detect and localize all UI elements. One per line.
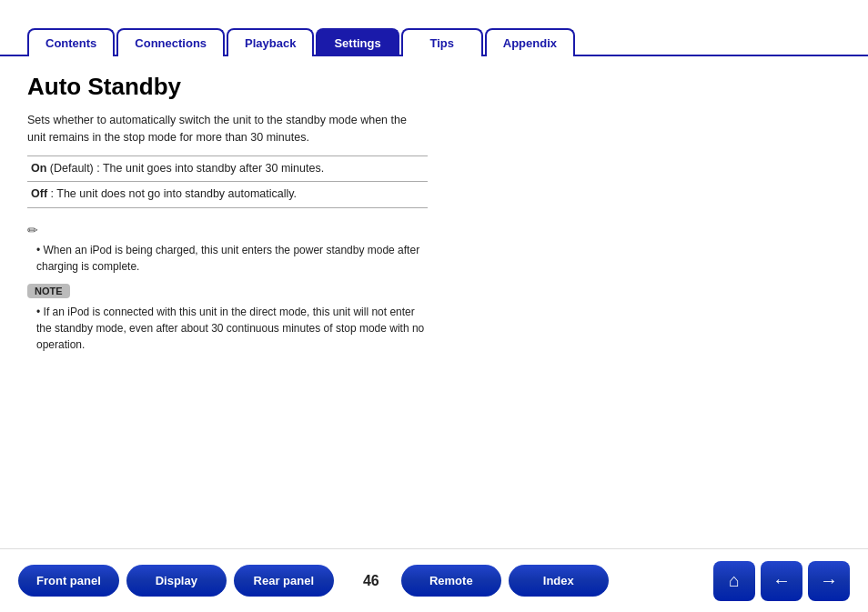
rear-panel-button[interactable]: Rear panel [234, 565, 334, 597]
page-number: 46 [358, 573, 385, 589]
tab-appendix[interactable]: Appendix [485, 28, 575, 56]
pencil-icon: ✏ [27, 223, 428, 237]
setting-off: Off : The unit does not go into standby … [27, 182, 428, 208]
setting-off-label: Off [31, 187, 47, 200]
back-button[interactable]: ← [761, 561, 802, 601]
setting-on: On (Default) : The unit goes into standb… [27, 156, 428, 182]
home-button[interactable]: ⌂ [713, 561, 755, 601]
tab-tips[interactable]: Tips [401, 28, 483, 56]
display-button[interactable]: Display [126, 565, 227, 597]
setting-off-detail: : The unit does not go into standby auto… [51, 187, 298, 200]
tip-section: When an iPod is being charged, this unit… [27, 242, 428, 275]
tab-connections[interactable]: Connections [116, 28, 225, 56]
index-button[interactable]: Index [509, 565, 609, 597]
note-text: If an iPod is connected with this unit i… [36, 304, 428, 353]
setting-on-label: On [31, 162, 46, 175]
page-description: Sets whether to automatically switch the… [27, 112, 428, 146]
forward-button[interactable]: → [808, 561, 850, 601]
bottom-right-icons: ⌂ ← → [708, 561, 850, 601]
setting-on-detail: (Default) : The unit goes into standby a… [50, 162, 324, 175]
tab-settings[interactable]: Settings [316, 28, 399, 56]
note-badge: NOTE [27, 284, 70, 298]
table-row: Off : The unit does not go into standby … [27, 182, 428, 208]
remote-button[interactable]: Remote [401, 565, 501, 597]
main-content: Auto Standby Sets whether to automatical… [0, 56, 455, 362]
note-section: If an iPod is connected with this unit i… [27, 304, 428, 353]
tab-contents[interactable]: Contents [27, 28, 115, 56]
settings-table: On (Default) : The unit goes into standb… [27, 156, 428, 208]
tip-text: When an iPod is being charged, this unit… [36, 242, 428, 275]
bottom-navigation: Front panel Display Rear panel 46 Remote… [0, 548, 868, 612]
table-row: On (Default) : The unit goes into standb… [27, 156, 428, 182]
page-title: Auto Standby [27, 73, 428, 101]
tab-playback[interactable]: Playback [227, 28, 314, 56]
top-navigation: Contents Connections Playback Settings T… [0, 0, 868, 56]
front-panel-button[interactable]: Front panel [18, 565, 119, 597]
